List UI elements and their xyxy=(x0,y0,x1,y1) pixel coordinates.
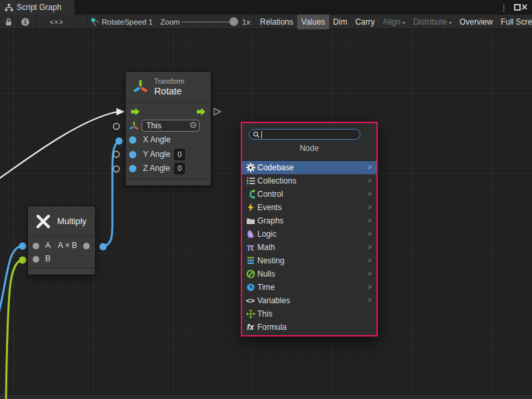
collections-icon xyxy=(245,176,255,186)
port-label: B xyxy=(45,254,51,263)
node-title: Multiply xyxy=(57,216,86,226)
toolbar-button-relations[interactable]: Relations xyxy=(256,15,297,29)
chevron-right-icon: > xyxy=(368,176,372,184)
exec-in-port[interactable] xyxy=(130,108,140,116)
popup-item-label: This xyxy=(257,309,273,319)
transform-icon xyxy=(132,78,149,96)
window-bottom-edge xyxy=(0,395,532,399)
exec-out-port[interactable] xyxy=(196,108,206,116)
tab-script-graph[interactable]: Script Graph xyxy=(0,0,74,15)
script-graph-icon xyxy=(5,3,13,12)
events-icon xyxy=(245,203,255,213)
toolbar-button-full-screen[interactable]: Full Screen xyxy=(497,15,532,29)
graph-breadcrumb[interactable]: RotateSpeed 1 xyxy=(102,15,153,29)
popup-item-label: Codebase xyxy=(257,163,294,172)
popup-item-formula[interactable]: fxFormula xyxy=(242,321,376,334)
popup-item-label: Logic xyxy=(257,229,277,239)
math-icon: π xyxy=(245,243,255,253)
zoom-slider-handle[interactable] xyxy=(229,17,238,26)
maximize-icon[interactable] xyxy=(514,0,521,15)
popup-item-variables[interactable]: <>Variables> xyxy=(242,294,376,307)
popup-item-label: Events xyxy=(257,203,282,212)
dropdown-arrow-icon: ▾ xyxy=(449,20,452,26)
output-label: A × B xyxy=(58,241,77,250)
popup-item-nesting[interactable]: Nesting> xyxy=(242,254,376,267)
zangle-value-field[interactable]: 0 xyxy=(174,163,185,174)
port-row-a: A A × B xyxy=(28,239,95,253)
search-input[interactable] xyxy=(249,129,360,140)
node-title: Rotate xyxy=(154,86,184,96)
chevron-right-icon: > xyxy=(368,216,372,224)
port-zangle[interactable] xyxy=(129,165,136,172)
node-header: Transform Rotate xyxy=(126,72,211,102)
toolbar-button-carry[interactable]: Carry xyxy=(351,15,378,29)
close-icon[interactable] xyxy=(521,0,531,15)
port-a[interactable] xyxy=(33,243,39,249)
node-multiply[interactable]: Multiply A A × B B xyxy=(28,206,95,275)
toolbar-buttons: RelationsValuesDimCarryAlign▾Distribute▾… xyxy=(256,15,532,29)
popup-item-label: Nesting xyxy=(257,256,285,265)
port-yangle[interactable] xyxy=(129,151,136,158)
toolbar-button-dim[interactable]: Dim xyxy=(329,15,351,29)
transform-icon-small xyxy=(129,121,139,132)
port-output[interactable] xyxy=(83,243,90,249)
node-transform-rotate[interactable]: Transform Rotate This xyxy=(126,72,211,186)
graph-node-icon xyxy=(91,15,100,29)
toolbar-button-values[interactable]: Values xyxy=(297,15,329,29)
chevron-right-icon: > xyxy=(368,203,372,211)
toolbar-button-align[interactable]: Align▾ xyxy=(379,15,410,29)
popup-item-label: Variables xyxy=(257,296,290,305)
this-icon xyxy=(245,309,255,319)
port-row-yangle: Y Angle 0 xyxy=(126,148,211,162)
port-label: Y Angle xyxy=(143,150,170,159)
popup-item-control[interactable]: Control> xyxy=(242,188,376,201)
time-icon xyxy=(245,283,255,293)
popup-item-events[interactable]: Events> xyxy=(242,201,376,214)
port-xangle[interactable] xyxy=(129,136,136,144)
chevron-right-icon: > xyxy=(368,269,372,277)
popup-item-math[interactable]: πMath> xyxy=(242,241,376,254)
graphs-icon xyxy=(245,216,255,226)
exec-row xyxy=(126,104,211,119)
chevron-right-icon: > xyxy=(368,163,372,171)
popup-item-graphs[interactable]: Graphs> xyxy=(242,214,376,227)
popup-item-label: Graphs xyxy=(257,216,283,225)
popup-item-logic[interactable]: ♞Logic> xyxy=(242,227,376,241)
yangle-value-field[interactable]: 0 xyxy=(174,149,185,160)
popup-item-time[interactable]: Time> xyxy=(242,281,376,294)
port-b[interactable] xyxy=(33,256,39,263)
toolbar-button-distribute[interactable]: Distribute▾ xyxy=(409,15,456,29)
this-object-field[interactable]: This xyxy=(142,120,200,132)
popup-item-label: Collections xyxy=(257,176,297,186)
formula-icon: fx xyxy=(245,323,255,332)
popup-item-codebase[interactable]: Codebase> xyxy=(242,161,376,174)
node-category: Transform xyxy=(154,78,184,86)
window-menu-icon[interactable] xyxy=(499,0,508,15)
code-preview-icon[interactable] xyxy=(50,15,64,29)
popup-item-label: Formula xyxy=(257,323,287,332)
nesting-icon xyxy=(245,256,255,266)
port-label: Z Angle xyxy=(143,164,170,173)
popup-list: Codebase>Collections>Control>Events>Grap… xyxy=(242,160,376,334)
graph-toolbar: RotateSpeed 1 Zoom 1x RelationsValuesDim… xyxy=(0,15,532,29)
lock-icon[interactable] xyxy=(4,15,13,29)
dropdown-arrow-icon: ▾ xyxy=(402,20,405,26)
node-body: This X Angle Y Angle 0 Z Angle 0 xyxy=(126,102,211,179)
search-icon xyxy=(253,131,260,138)
toolbar-button-overview[interactable]: Overview xyxy=(456,15,497,29)
popup-item-this[interactable]: This xyxy=(242,307,376,321)
node-body: A A × B B xyxy=(28,237,95,268)
port-row-xangle: X Angle xyxy=(126,133,211,148)
nulls-icon xyxy=(245,269,255,279)
control-icon xyxy=(245,190,255,200)
popup-item-collections[interactable]: Collections> xyxy=(242,174,376,188)
logic-icon: ♞ xyxy=(245,229,255,239)
port-row-b: B xyxy=(28,253,95,266)
port-label: A xyxy=(45,241,51,250)
popup-item-label: Time xyxy=(257,283,275,292)
node-footer xyxy=(28,268,95,275)
object-picker-icon[interactable] xyxy=(190,120,197,130)
popup-item-nulls[interactable]: Nulls> xyxy=(242,267,376,281)
zoom-value: 1x xyxy=(242,15,250,29)
info-icon[interactable] xyxy=(21,15,30,29)
